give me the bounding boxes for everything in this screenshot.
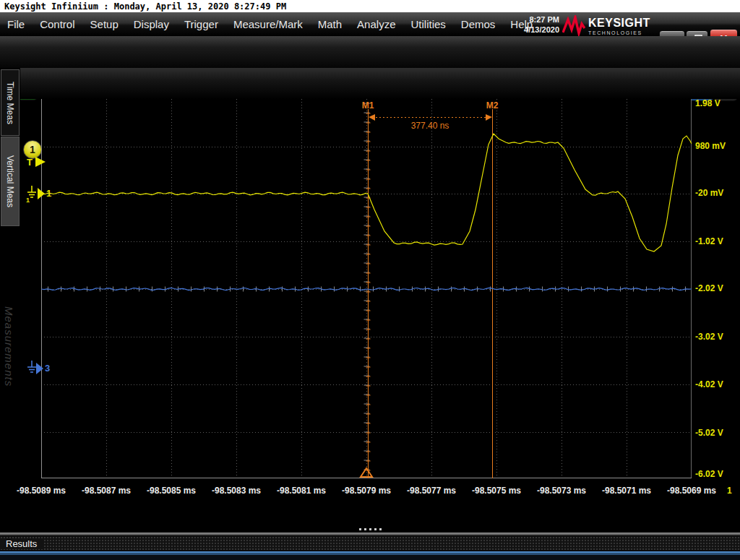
taskbar-edge xyxy=(0,551,740,560)
channel3-trace-label: 3 xyxy=(45,363,50,374)
tab-vertical-meas[interactable]: Vertical Meas xyxy=(1,137,20,226)
menu-setup[interactable]: Setup xyxy=(90,18,119,30)
tab-vertical-meas-label: Vertical Meas xyxy=(5,155,15,207)
y-label: 980 mV xyxy=(695,141,737,151)
x-label: -98.5081 ms xyxy=(269,486,334,496)
brand-name: KEYSIGHT xyxy=(588,17,650,29)
x-label: -98.5077 ms xyxy=(399,486,464,496)
channel-bar: 1 1MΩ DC 1.00 V/ -2.02 V O 3 1MΩ D xyxy=(0,68,740,99)
clock: 8:27 PM 4/13/2020 xyxy=(504,15,559,35)
y-label: -5.02 V xyxy=(695,428,737,438)
marker-delta-arrow xyxy=(369,114,492,121)
menu-items: File Control Setup Display Trigger Measu… xyxy=(7,12,533,36)
waveform-display-area[interactable]: M1 M2 377.40 ns T 1 1 3 xyxy=(41,99,692,478)
results-label: Results xyxy=(0,538,44,549)
x-label: -98.5085 ms xyxy=(139,486,204,496)
triangle-right-icon xyxy=(35,157,46,167)
keysight-logo: KEYSIGHT TECHNOLOGIES xyxy=(562,15,650,37)
y-label: -2.02 V xyxy=(695,283,737,293)
toolbar: Run Stop Single 200 MSa/s 10.0 Mpts T 66… xyxy=(0,36,740,68)
y-label: -6.02 V xyxy=(695,469,737,479)
sidebar: Time Meas Vertical Meas Measurements xyxy=(0,68,20,535)
channel1-number: 1 xyxy=(30,144,35,155)
marker-delta-label: 377.40 ns xyxy=(387,121,473,131)
menu-measure-mark[interactable]: Measure/Mark xyxy=(233,18,303,30)
menu-bar: File Control Setup Display Trigger Measu… xyxy=(0,12,740,37)
keysight-spark-icon xyxy=(562,15,585,37)
panel-divider-handle[interactable] xyxy=(353,527,387,532)
menu-file[interactable]: File xyxy=(7,18,25,30)
waveform-plot[interactable] xyxy=(41,99,692,478)
triangle-right-icon xyxy=(36,363,43,374)
x-label: -98.5073 ms xyxy=(529,486,594,496)
channel1-ground-number: 1 xyxy=(26,197,30,204)
menu-analyze[interactable]: Analyze xyxy=(357,18,395,30)
channel1-trace-label: 1 xyxy=(46,188,51,199)
x-label: -98.5069 ms xyxy=(659,486,724,496)
channel3-ground-marker[interactable]: 3 xyxy=(26,358,53,379)
marker1-label[interactable]: M1 xyxy=(358,100,378,111)
x-label: -98.5075 ms xyxy=(464,486,529,496)
trigger-level-letter: T xyxy=(27,157,33,168)
x-label-overflow: 1 xyxy=(727,486,732,496)
menu-utilities[interactable]: Utilities xyxy=(410,18,445,30)
clock-date: 4/13/2020 xyxy=(504,25,559,35)
menu-math[interactable]: Math xyxy=(318,18,342,30)
y-label: -4.02 V xyxy=(695,379,737,389)
window-title: Keysight Infiniium : Monday, April 13, 2… xyxy=(4,1,286,12)
menu-demos[interactable]: Demos xyxy=(461,18,496,30)
menu-display[interactable]: Display xyxy=(134,18,169,30)
menu-control[interactable]: Control xyxy=(40,18,74,30)
menu-trigger[interactable]: Trigger xyxy=(184,18,218,30)
channel1-ground-marker[interactable]: 1 1 xyxy=(26,184,53,204)
y-label: -20 mV xyxy=(695,188,737,198)
measurements-watermark: Measurements xyxy=(3,306,15,387)
clock-time: 8:27 PM xyxy=(504,15,559,25)
x-label: -98.5089 ms xyxy=(9,486,74,496)
x-label: -98.5087 ms xyxy=(74,486,139,496)
x-label: -98.5083 ms xyxy=(204,486,269,496)
x-label: -98.5079 ms xyxy=(334,486,399,496)
tab-time-meas-label: Time Meas xyxy=(5,82,15,124)
x-label: -98.5071 ms xyxy=(594,486,659,496)
trigger-level-marker[interactable]: T xyxy=(26,155,48,169)
y-label: -3.02 V xyxy=(695,332,737,342)
y-label: -1.02 V xyxy=(695,236,737,246)
brand-sub: TECHNOLOGIES xyxy=(588,30,650,35)
triangle-right-icon xyxy=(38,188,45,199)
results-panel[interactable]: Results xyxy=(0,535,740,551)
window-title-bar: Keysight Infiniium : Monday, April 13, 2… xyxy=(0,0,740,12)
marker2-label[interactable]: M2 xyxy=(482,100,502,111)
y-label: 1.98 V xyxy=(695,98,737,108)
tab-time-meas[interactable]: Time Meas xyxy=(1,69,20,136)
time-axis: -98.5089 ms -98.5087 ms -98.5085 ms -98.… xyxy=(0,484,740,499)
